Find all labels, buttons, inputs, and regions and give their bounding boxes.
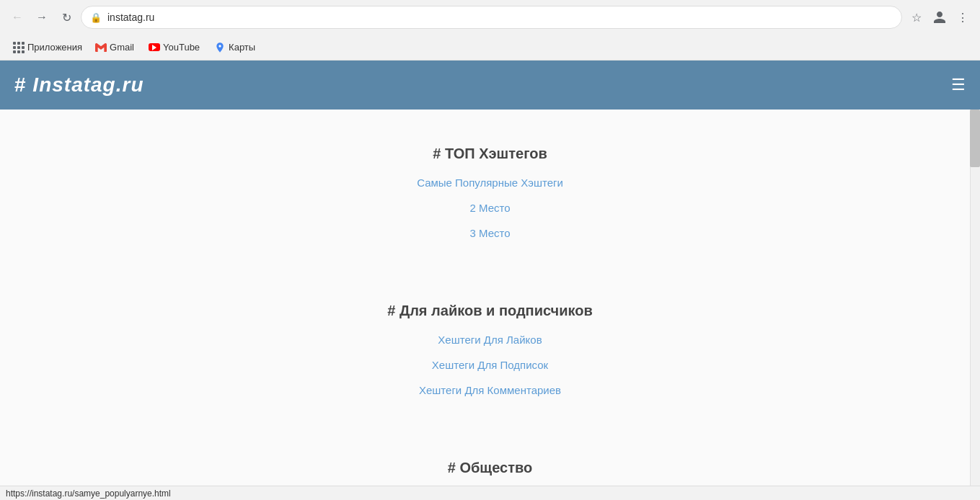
site-header: # Instatag.ru ☰ xyxy=(0,61,980,110)
address-bar[interactable] xyxy=(107,12,893,23)
account-button[interactable] xyxy=(930,7,950,27)
youtube-icon xyxy=(149,43,160,51)
gmail-label: Gmail xyxy=(110,42,134,53)
more-options-button[interactable]: ⋮ xyxy=(953,7,973,27)
maps-bookmark[interactable]: Карты xyxy=(208,40,261,55)
maps-label: Карты xyxy=(229,42,255,53)
back-button[interactable]: ← xyxy=(7,7,27,27)
gmail-bookmark[interactable]: Gmail xyxy=(89,40,140,55)
section-heading-society: # Общество xyxy=(0,460,980,476)
link-likes[interactable]: Хештеги Для Лайков xyxy=(0,334,980,346)
status-url: https://instatag.ru/samye_populyarnye.ht… xyxy=(6,488,171,499)
lock-icon: 🔒 xyxy=(90,12,102,23)
address-bar-container[interactable]: 🔒 xyxy=(81,6,902,29)
youtube-label: YouTube xyxy=(163,42,200,53)
apps-grid-icon xyxy=(13,42,25,53)
spacer-1 xyxy=(0,252,980,267)
bookmark-star-button[interactable]: ☆ xyxy=(906,7,927,27)
link-2nd[interactable]: 2 Место xyxy=(0,202,980,214)
toolbar-actions: ☆ ⋮ xyxy=(906,7,973,27)
section-society: # Общество Селфи xyxy=(0,460,980,486)
spacer-3 xyxy=(0,409,980,424)
spacer-2 xyxy=(0,267,980,281)
browser-toolbar: ← → ↻ 🔒 ☆ ⋮ xyxy=(0,0,980,35)
scrollbar-track[interactable] xyxy=(970,110,980,486)
scrollbar-thumb[interactable] xyxy=(970,110,980,167)
forward-button[interactable]: → xyxy=(32,7,52,27)
svg-point-0 xyxy=(218,45,221,47)
spacer-4 xyxy=(0,424,980,438)
link-3rd[interactable]: 3 Место xyxy=(0,227,980,239)
link-comments[interactable]: Хештеги Для Комментариев xyxy=(0,384,980,396)
apps-label: Приложения xyxy=(27,42,82,53)
hamburger-menu-button[interactable]: ☰ xyxy=(951,76,966,94)
apps-bookmark[interactable]: Приложения xyxy=(9,39,87,56)
link-popular[interactable]: Самые Популярные Хэштеги xyxy=(0,177,980,189)
logo-text: Instatag.ru xyxy=(32,73,144,96)
browser-chrome: ← → ↻ 🔒 ☆ ⋮ Приложения xyxy=(0,0,980,61)
section-likes-subscribers: # Для лайков и подписчиков Хештеги Для Л… xyxy=(0,303,980,396)
main-content: # ТОП Хэштегов Самые Популярные Хэштеги … xyxy=(0,110,980,486)
section-heading-top: # ТОП Хэштегов xyxy=(0,146,980,162)
site-logo: # Instatag.ru xyxy=(14,73,144,97)
logo-hash: # xyxy=(14,73,32,96)
bookmarks-bar: Приложения Gmail YouTube Карты xyxy=(0,35,980,61)
section-heading-likes: # Для лайков и подписчиков xyxy=(0,303,980,319)
website-wrapper: # Instatag.ru ☰ # ТОП Хэштегов Самые Поп… xyxy=(0,61,980,486)
status-bar: https://instatag.ru/samye_populyarnye.ht… xyxy=(0,486,980,500)
section-top-hashtags: # ТОП Хэштегов Самые Популярные Хэштеги … xyxy=(0,146,980,239)
reload-button[interactable]: ↻ xyxy=(56,7,76,27)
link-subscriptions[interactable]: Хештеги Для Подписок xyxy=(0,359,980,371)
gmail-icon xyxy=(95,42,107,53)
maps-icon xyxy=(214,42,226,53)
youtube-bookmark[interactable]: YouTube xyxy=(143,40,206,55)
